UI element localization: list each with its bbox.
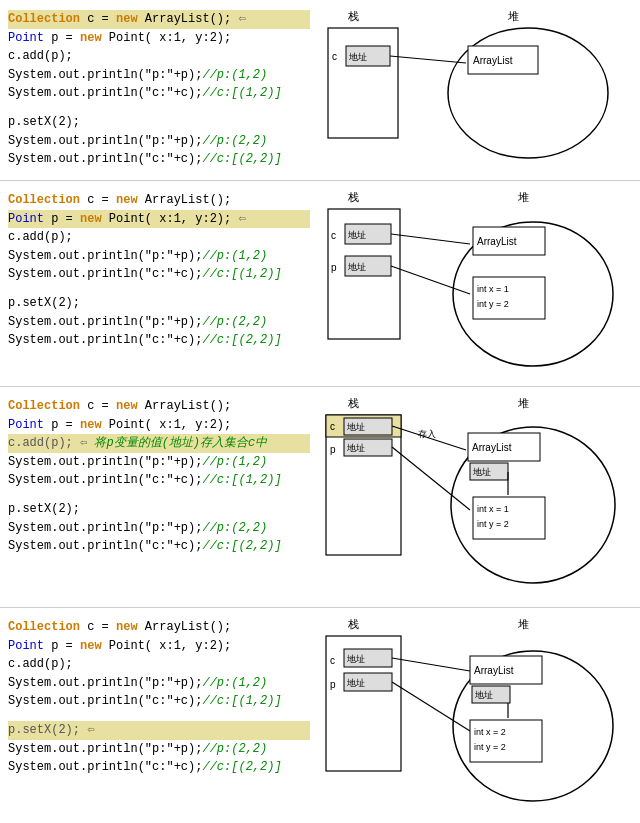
code-text: ArrayList(); xyxy=(138,12,232,26)
kw: new xyxy=(80,639,102,653)
p-arrow xyxy=(392,682,470,731)
comment: //p:(2,2) xyxy=(202,742,267,756)
code-line: p.setX(2); xyxy=(8,113,310,132)
code-panel-1: Collection c = new ArrayList(); ⇦ Point … xyxy=(4,8,314,172)
code-line: System.out.println("p:"+p);//p:(2,2) xyxy=(8,740,310,759)
blank-line xyxy=(8,490,310,500)
kw: new xyxy=(116,193,138,207)
diagram-svg-3: 栈 堆 c 地址 p 地址 存入 ArrayList 地址 xyxy=(318,395,618,595)
arraylist-label: ArrayList xyxy=(473,55,513,66)
c-arrow xyxy=(392,658,470,671)
code-line: System.out.println("c:"+c);//c:[(1,2)] xyxy=(8,84,310,103)
code-line: System.out.println("p:"+p);//p:(1,2) xyxy=(8,247,310,266)
c-label: c xyxy=(331,230,336,241)
save-label: 存入 xyxy=(418,429,436,439)
diagram-svg-2: 栈 堆 c 地址 p 地址 ArrayList int x = 1 int y … xyxy=(318,189,618,374)
code-line: p.setX(2); xyxy=(8,294,310,313)
kw: new xyxy=(116,620,138,634)
int-y2-label: int y = 2 xyxy=(474,742,506,752)
code-line: System.out.println("c:"+c);//c:[(2,2)] xyxy=(8,150,310,169)
heap-label: 堆 xyxy=(517,618,529,630)
code-line: Collection c = new ArrayList(); ⇦ xyxy=(8,10,310,29)
comment: //p:(1,2) xyxy=(202,68,267,82)
p-addr-text: 地址 xyxy=(347,262,366,272)
int-x2-label: int x = 2 xyxy=(474,727,506,737)
c-label: c xyxy=(332,51,337,62)
kw: new xyxy=(116,399,138,413)
code-line: System.out.println("c:"+c);//c:[(1,2)] xyxy=(8,692,310,711)
code-line: Collection c = new ArrayList(); xyxy=(8,191,310,210)
int-y-label: int y = 2 xyxy=(477,299,509,309)
kw: new xyxy=(80,418,102,432)
code-line: c.add(p); xyxy=(8,47,310,66)
section-3: Collection c = new ArrayList(); Point p … xyxy=(0,387,640,608)
kw: Collection xyxy=(8,399,80,413)
section-4: Collection c = new ArrayList(); Point p … xyxy=(0,608,640,823)
comment: //c:[(2,2)] xyxy=(202,333,281,347)
c-addr-text: 地址 xyxy=(347,230,366,240)
c-label: c xyxy=(330,421,335,432)
int-y-label: int y = 2 xyxy=(477,519,509,529)
diagram-panel-3: 栈 堆 c 地址 p 地址 存入 ArrayList 地址 xyxy=(318,395,636,599)
blank-line xyxy=(8,711,310,721)
comment: //c:[(1,2)] xyxy=(202,694,281,708)
c-label: c xyxy=(330,655,335,666)
code-line: c.add(p); ⇦ 将p变量的值(地址)存入集合c中 xyxy=(8,434,310,453)
code-line: p.setX(2); xyxy=(8,500,310,519)
p-label: p xyxy=(330,679,336,690)
code-line: Point p = new Point( x:1, y:2); ⇦ xyxy=(8,210,310,229)
heap-label: 堆 xyxy=(517,397,529,409)
code-line: System.out.println("c:"+c);//c:[(2,2)] xyxy=(8,758,310,777)
stack-label: 栈 xyxy=(347,191,359,203)
kw: Collection xyxy=(8,620,80,634)
code-line: System.out.println("p:"+p);//p:(2,2) xyxy=(8,132,310,151)
c-addr-text: 地址 xyxy=(346,654,365,664)
comment: //c:[(2,2)] xyxy=(202,539,281,553)
code-line: Point p = new Point( x:1, y:2); xyxy=(8,637,310,656)
cls: Point xyxy=(8,418,44,432)
kw: Collection xyxy=(8,193,80,207)
section-2: Collection c = new ArrayList(); Point p … xyxy=(0,181,640,387)
comment: //c:[(1,2)] xyxy=(202,473,281,487)
kw: Collection xyxy=(8,12,80,26)
comment: //c:[(2,2)] xyxy=(202,152,281,166)
code-line: System.out.println("p:"+p);//p:(1,2) xyxy=(8,453,310,472)
stack-label: 栈 xyxy=(347,618,359,630)
arrow-indicator: c.add(p); ⇦ xyxy=(8,436,87,450)
code-line: System.out.println("c:"+c);//c:[(2,2)] xyxy=(8,537,310,556)
comment: //p:(2,2) xyxy=(202,134,267,148)
code-line: Point p = new Point( x:1, y:2); xyxy=(8,29,310,48)
al-addr-text: 地址 xyxy=(472,467,491,477)
code-line: p.setX(2); ⇦ xyxy=(8,721,310,740)
c-arrow xyxy=(391,234,470,244)
kw: new xyxy=(80,31,102,45)
p-addr-text: 地址 xyxy=(346,443,365,453)
blank-line xyxy=(8,284,310,294)
code-line: System.out.println("p:"+p);//p:(1,2) xyxy=(8,66,310,85)
comment: 将p变量的值(地址)存入集合c中 xyxy=(87,436,267,450)
comment: //p:(2,2) xyxy=(202,521,267,535)
stack-box xyxy=(328,28,398,138)
cls: Point xyxy=(8,639,44,653)
code-line: System.out.println("p:"+p);//p:(2,2) xyxy=(8,313,310,332)
code-line: c.add(p); xyxy=(8,655,310,674)
comment: //c:[(1,2)] xyxy=(202,86,281,100)
comment: //p:(2,2) xyxy=(202,315,267,329)
diagram-svg-1: 栈 堆 c 地址 ArrayList xyxy=(318,8,618,168)
heap-label: 堆 xyxy=(517,191,529,203)
code-line: System.out.println("c:"+c);//c:[(1,2)] xyxy=(8,265,310,284)
arrow-indicator: ⇦ xyxy=(238,212,245,226)
c-addr-text: 地址 xyxy=(348,52,367,62)
p-label: p xyxy=(330,444,336,455)
section-1: Collection c = new ArrayList(); ⇦ Point … xyxy=(0,0,640,181)
diagram-panel-2: 栈 堆 c 地址 p 地址 ArrayList int x = 1 int y … xyxy=(318,189,636,378)
code-line: System.out.println("p:"+p);//p:(2,2) xyxy=(8,519,310,538)
int-x-label: int x = 1 xyxy=(477,504,509,514)
cls: Point xyxy=(8,212,44,226)
code-line: System.out.println("c:"+c);//c:[(2,2)] xyxy=(8,331,310,350)
p-label: p xyxy=(331,262,337,273)
code-line: Collection c = new ArrayList(); xyxy=(8,618,310,637)
code-line: Collection c = new ArrayList(); xyxy=(8,397,310,416)
al-addr-text: 地址 xyxy=(474,690,493,700)
stack-label: 栈 xyxy=(347,397,359,409)
